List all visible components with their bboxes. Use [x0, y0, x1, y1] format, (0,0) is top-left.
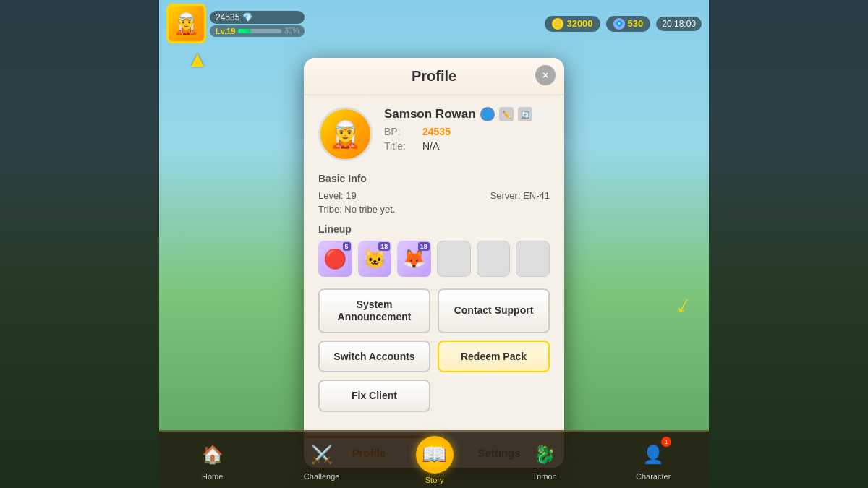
level-badge: Lv.19	[216, 27, 235, 35]
lineup-section: Lineup 🔴 5 🐱 18 🦊 18	[318, 223, 550, 277]
player-id-value: 24535	[216, 12, 239, 22]
diamond-icon: 💠	[613, 18, 625, 30]
top-bar: 🧝 24535 💎 Lv.19 30% 🪙 32000 💠 530	[159, 0, 709, 47]
edit-icon-btn[interactable]: ✏️	[499, 107, 514, 121]
profile-section: 🧝 Samson Rowan 🌐 ✏️ 🔄 BP: 24535 Title: N…	[318, 107, 550, 161]
exp-fill	[238, 29, 251, 33]
basic-info-row-1: Level: 19 Server: EN-41	[318, 190, 550, 201]
lineup-slot-2[interactable]: 🐱 18	[358, 241, 392, 277]
globe-icon[interactable]: 🌐	[480, 107, 495, 121]
nav-trimon[interactable]: 🐉 Trimon	[522, 436, 567, 484]
nav-character[interactable]: 👤 1 Character	[629, 436, 678, 484]
close-button[interactable]: ×	[535, 65, 556, 85]
profile-dialog: Profile × 🧝 Samson Rowan 🌐 ✏️ 🔄 BP: 2453…	[304, 58, 564, 468]
exp-bar-container: Lv.19 30%	[210, 25, 305, 37]
bottom-nav: 🏠 Home ⚔️ Challenge 📖 Story 🐉 Trimon 👤 1…	[159, 430, 709, 488]
player-avatar-area: 🧝 24535 💎 Lv.19 30%	[166, 4, 305, 43]
slot-2-level: 18	[378, 242, 390, 251]
diamond-value: 530	[628, 18, 644, 29]
gold-display: 🪙 32000	[545, 16, 600, 32]
system-announcement-button[interactable]: System Announcement	[318, 288, 430, 333]
profile-details: Samson Rowan 🌐 ✏️ 🔄 BP: 24535 Title: N/A	[384, 107, 550, 155]
title-label: Title:	[384, 140, 417, 152]
challenge-label: Challenge	[304, 472, 340, 481]
exp-bar	[238, 29, 281, 33]
slot-3-level: 18	[418, 242, 430, 251]
profile-name-row: Samson Rowan 🌐 ✏️ 🔄	[384, 107, 550, 121]
character-badge: 1	[661, 437, 671, 447]
character-icon: 👤 1	[638, 440, 668, 470]
nav-challenge[interactable]: ⚔️ Challenge	[297, 436, 347, 484]
refresh-icon-btn[interactable]: 🔄	[518, 107, 532, 121]
annotation-arrow-up: ▲	[187, 47, 208, 72]
lineup-slot-6[interactable]	[516, 241, 550, 277]
title-row: Title: N/A	[384, 140, 550, 152]
redeem-pack-button[interactable]: Redeem Pack	[438, 341, 550, 373]
lineup-slot-5[interactable]	[477, 241, 511, 277]
bp-label: BP:	[384, 126, 417, 137]
tribe-info: Tribe: No tribe yet.	[318, 204, 395, 215]
level-info: Level: 19	[318, 190, 357, 201]
dialog-header: Profile ×	[304, 58, 564, 95]
gold-value: 32000	[566, 18, 592, 29]
bp-value: 24535	[422, 126, 451, 137]
challenge-icon: ⚔️	[307, 440, 337, 470]
basic-info-label: Basic Info	[318, 173, 550, 184]
basic-info-row-2: Tribe: No tribe yet.	[318, 204, 550, 215]
profile-name: Samson Rowan	[384, 107, 476, 121]
trimon-label: Trimon	[532, 472, 557, 481]
currency-bar: 🪙 32000 💠 530 20:18:00	[545, 16, 702, 32]
diamond-display: 💠 530	[606, 16, 651, 32]
exp-percent: 30%	[284, 27, 299, 35]
server-info: Server: EN-41	[490, 190, 550, 201]
story-icon: 📖	[416, 436, 454, 474]
slot-1-level: 5	[343, 242, 351, 251]
basic-info-section: Basic Info Level: 19 Server: EN-41 Tribe…	[318, 173, 550, 215]
buttons-grid: System Announcement Contact Support Swit…	[318, 288, 550, 412]
fix-client-button[interactable]: Fix Client	[318, 380, 430, 412]
nav-home[interactable]: 🏠 Home	[190, 436, 235, 484]
timer-value: 20:18:00	[662, 19, 696, 29]
lineup-slot-3[interactable]: 🦊 18	[397, 241, 431, 277]
gem-icon: 💎	[242, 12, 253, 22]
lineup-slot-1[interactable]: 🔴 5	[318, 241, 352, 277]
character-label: Character	[636, 472, 671, 481]
player-id-display: 24535 💎	[210, 11, 305, 24]
trimon-icon: 🐉	[529, 440, 560, 470]
nav-story[interactable]: 📖 Story	[409, 432, 461, 488]
lineup-label: Lineup	[318, 223, 550, 235]
avatar-frame[interactable]: 🧝	[166, 4, 206, 43]
avatar-character: 🧝	[169, 6, 204, 41]
gold-icon: 🪙	[552, 18, 563, 30]
dark-overlay-left	[0, 0, 159, 488]
switch-accounts-button[interactable]: Switch Accounts	[318, 341, 430, 373]
title-value: N/A	[422, 140, 439, 152]
story-label: Story	[425, 476, 444, 484]
dark-overlay-right	[709, 0, 868, 488]
profile-avatar: 🧝	[318, 107, 373, 161]
home-label: Home	[202, 472, 223, 481]
bp-row: BP: 24535	[384, 126, 550, 137]
lineup-grid: 🔴 5 🐱 18 🦊 18	[318, 241, 550, 277]
player-info: 24535 💎 Lv.19 30%	[210, 11, 305, 37]
dialog-body: 🧝 Samson Rowan 🌐 ✏️ 🔄 BP: 24535 Title: N…	[304, 95, 564, 424]
timer-display: 20:18:00	[656, 17, 702, 31]
lineup-slot-4[interactable]	[437, 241, 471, 277]
dialog-title: Profile	[412, 68, 456, 84]
home-icon: 🏠	[197, 440, 228, 470]
contact-support-button[interactable]: Contact Support	[438, 288, 550, 333]
